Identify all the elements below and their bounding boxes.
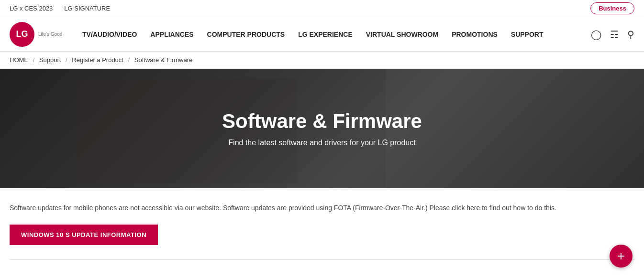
breadcrumb-sep-3: /	[128, 56, 130, 64]
info-text-before: Software updates for mobile phones are n…	[10, 204, 465, 212]
top-bar: LG x CES 2023 LG SIGNATURE Business	[0, 0, 644, 17]
header: LG Life's Good TV/AUDIO/VIDEO APPLIANCES…	[0, 17, 644, 52]
info-text-after: to find out how to do this.	[482, 204, 556, 212]
breadcrumb-home[interactable]: HOME	[10, 56, 28, 64]
lg-logo-text: LG	[16, 29, 28, 39]
nav-support[interactable]: SUPPORT	[511, 31, 544, 38]
nav-promotions[interactable]: PROMOTIONS	[452, 31, 498, 38]
cart-icon[interactable]: ☶	[610, 29, 619, 40]
breadcrumb-sep-2: /	[66, 56, 67, 64]
ces-link[interactable]: LG x CES 2023	[10, 5, 53, 12]
hero-content: Software & Firmware Find the latest soft…	[0, 69, 644, 188]
info-paragraph: Software updates for mobile phones are n…	[10, 203, 634, 213]
nav-tv-audio[interactable]: TV/AUDIO/VIDEO	[82, 31, 137, 38]
nav-appliances[interactable]: APPLIANCES	[150, 31, 193, 38]
bottom-divider	[10, 259, 634, 260]
lg-logo-circle: LG	[10, 22, 34, 47]
top-bar-right: Business	[590, 2, 634, 14]
logo-text-area: Life's Good	[38, 32, 62, 37]
hero-title: Software & Firmware	[222, 110, 422, 133]
hero-section: Software & Firmware Find the latest soft…	[0, 69, 644, 188]
nav-computer-products[interactable]: COMPUTER PRODUCTS	[207, 31, 285, 38]
signature-link[interactable]: LG SIGNATURE	[64, 5, 110, 12]
fota-link[interactable]: here	[466, 204, 480, 212]
nav-virtual-showroom[interactable]: VIRTUAL SHOWROOM	[366, 31, 438, 38]
breadcrumb-sep-1: /	[33, 56, 35, 64]
fab-button[interactable]: +	[610, 245, 633, 268]
hero-subtitle: Find the latest software and drivers for…	[228, 139, 415, 147]
search-icon[interactable]: ⚲	[627, 29, 634, 40]
breadcrumb: HOME / Support / Register a Product / So…	[0, 52, 644, 69]
breadcrumb-support[interactable]: Support	[39, 56, 61, 64]
user-icon[interactable]: ◯	[591, 29, 601, 40]
nav-icons: ◯ ☶ ⚲	[591, 29, 634, 40]
logo-slogan: Life's Good	[38, 32, 62, 37]
main-content: Software updates for mobile phones are n…	[0, 188, 644, 274]
nav-lg-experience[interactable]: LG EXPERIENCE	[298, 31, 353, 38]
logo-area[interactable]: LG Life's Good	[10, 22, 67, 47]
breadcrumb-register[interactable]: Register a Product	[72, 56, 123, 64]
breadcrumb-current: Software & Firmware	[134, 56, 192, 64]
business-button[interactable]: Business	[590, 2, 634, 14]
windows-update-button[interactable]: WINDOWS 10 S UPDATE INFORMATION	[10, 225, 158, 245]
top-bar-links: LG x CES 2023 LG SIGNATURE	[10, 5, 110, 12]
main-nav: TV/AUDIO/VIDEO APPLIANCES COMPUTER PRODU…	[82, 31, 591, 38]
